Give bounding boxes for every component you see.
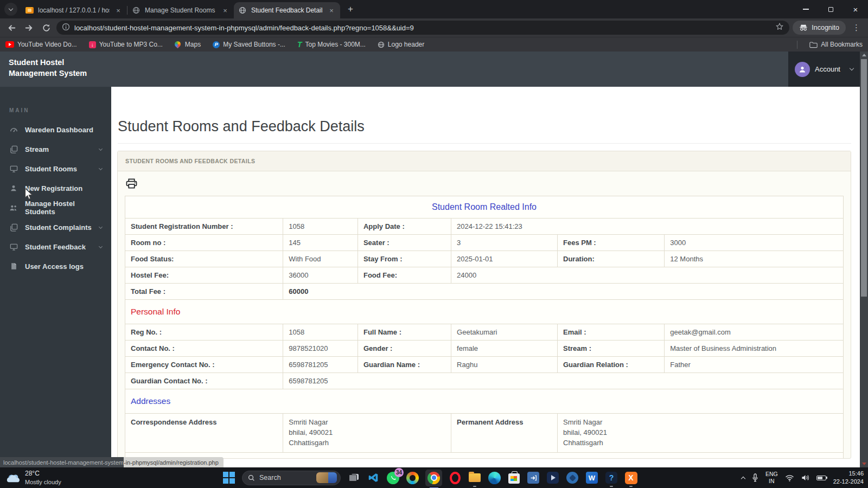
field-value: 12 Months bbox=[665, 251, 844, 267]
wifi-icon[interactable] bbox=[785, 474, 794, 481]
tab-title: Manage Student Rooms bbox=[145, 7, 216, 14]
url-bar[interactable]: localhost/student-hostel-management-syst… bbox=[56, 21, 789, 35]
opera-app[interactable] bbox=[449, 471, 462, 484]
bookmarks-bar: YouTube Video Do... ↓YouTube to MP3 Co..… bbox=[0, 37, 868, 52]
maximize-button[interactable] bbox=[818, 0, 843, 18]
system-tray: ENG IN 15:46 22-12-2024 bbox=[742, 467, 864, 488]
sidebar-item-student-feedback[interactable]: Student Feedback bbox=[0, 237, 111, 256]
map-pin-icon bbox=[174, 40, 182, 48]
account-menu[interactable]: Account bbox=[788, 52, 860, 87]
microphone-icon[interactable] bbox=[752, 473, 758, 482]
bookmark-top-movies[interactable]: TTop Movies - 300M... bbox=[297, 40, 366, 49]
bookmark-saved-buttons[interactable]: PMy Saved Buttons -... bbox=[213, 41, 285, 48]
blue-circle-app[interactable] bbox=[566, 471, 579, 484]
scroll-up-icon[interactable] bbox=[862, 54, 866, 56]
remote-app[interactable] bbox=[527, 471, 540, 484]
speaker-icon[interactable] bbox=[801, 474, 809, 481]
close-icon[interactable]: × bbox=[114, 6, 123, 15]
field-label: Permanent Address bbox=[451, 414, 558, 453]
camtasia-app[interactable] bbox=[546, 471, 559, 484]
xampp-icon: X bbox=[625, 472, 637, 484]
file-icon bbox=[9, 262, 18, 270]
addresses-title: Addresses bbox=[125, 389, 844, 414]
sidebar-item-manage-hostel-students[interactable]: Manage Hostel Students bbox=[0, 198, 111, 217]
taskbar-search[interactable]: Search bbox=[242, 471, 341, 485]
search-highlight-image bbox=[316, 472, 337, 483]
chrome-app[interactable] bbox=[425, 470, 442, 486]
start-button[interactable] bbox=[222, 471, 235, 484]
field-value: 145 bbox=[283, 235, 358, 251]
back-button[interactable] bbox=[4, 21, 18, 35]
field-value: 6598781205 bbox=[283, 357, 358, 373]
tab-title: Student Feedback Details bbox=[251, 7, 323, 14]
table-row: Food Status: With Food Stay From : 2025-… bbox=[125, 251, 844, 267]
url-text: localhost/student-hostel-management-syst… bbox=[74, 24, 771, 32]
field-label: Hostel Fee: bbox=[125, 267, 283, 284]
bookmark-logo-header[interactable]: Logo header bbox=[378, 41, 424, 48]
t-icon: T bbox=[297, 40, 302, 49]
microsoft-store-app[interactable] bbox=[507, 471, 520, 484]
scroll-down-icon[interactable] bbox=[862, 463, 866, 465]
site-info-icon[interactable] bbox=[62, 23, 70, 33]
tab-manage-student-rooms[interactable]: Manage Student Rooms × bbox=[127, 2, 234, 18]
tab-title: localhost / 127.0.0.1 / hostel | p bbox=[38, 7, 110, 14]
edge-app[interactable] bbox=[488, 471, 501, 484]
field-value: 24000 bbox=[451, 267, 844, 284]
field-value: 3 bbox=[451, 235, 558, 251]
tray-expand-icon[interactable] bbox=[741, 476, 745, 480]
search-icon bbox=[248, 474, 255, 481]
sidebar-item-student-complaints[interactable]: Student Complaints bbox=[0, 217, 111, 237]
tab-student-feedback-details[interactable]: Student Feedback Details × bbox=[234, 2, 340, 18]
arrow-app-icon bbox=[527, 472, 539, 484]
new-tab-button[interactable]: + bbox=[343, 2, 358, 16]
language-indicator[interactable]: ENG IN bbox=[765, 471, 778, 485]
vscode-app[interactable] bbox=[367, 471, 380, 484]
section-title-row: Addresses bbox=[125, 389, 844, 414]
sidebar-item-wareden-dashboard[interactable]: Wareden Dashboard bbox=[0, 120, 111, 139]
tab-localhost-phpmyadmin[interactable]: localhost / 127.0.0.1 / hostel | p × bbox=[21, 2, 127, 18]
chrome-icon bbox=[427, 472, 440, 484]
browser-menu-button[interactable]: ⋮ bbox=[849, 23, 864, 33]
paypal-icon: P bbox=[213, 41, 220, 48]
close-icon[interactable]: × bbox=[221, 6, 229, 15]
file-explorer-app[interactable] bbox=[468, 471, 481, 484]
page-title: Student Rooms and Feedback Details bbox=[118, 118, 851, 135]
field-label: Contact No. : bbox=[125, 341, 283, 357]
taskbar-weather[interactable]: 28°C Mostly cloudy bbox=[7, 467, 61, 488]
whatsapp-app[interactable]: 34 bbox=[386, 471, 399, 484]
field-label: Gender : bbox=[358, 341, 451, 357]
bookmark-maps[interactable]: Maps bbox=[175, 41, 201, 48]
table-row: Student Registration Number : 1058 Apply… bbox=[125, 219, 844, 235]
bookmark-star-icon[interactable] bbox=[775, 22, 784, 33]
scrollbar-thumb[interactable] bbox=[861, 59, 867, 297]
blue-app-icon bbox=[566, 472, 578, 484]
help-app[interactable]: ? bbox=[605, 471, 618, 484]
reload-button[interactable] bbox=[39, 21, 53, 35]
clock[interactable]: 15:46 22-12-2024 bbox=[833, 470, 864, 486]
sidebar-item-new-registration[interactable]: New Registration bbox=[0, 178, 111, 198]
bookmark-youtube-mp3[interactable]: ↓YouTube to MP3 Co... bbox=[89, 41, 163, 48]
chevron-down-icon bbox=[9, 6, 13, 10]
weather-temp: 28°C bbox=[25, 470, 61, 478]
sidebar-item-stream[interactable]: Stream bbox=[0, 139, 111, 159]
minimize-button[interactable] bbox=[793, 0, 818, 18]
sidebar-item-user-access-logs[interactable]: User Access logs bbox=[0, 256, 111, 276]
forward-button[interactable] bbox=[22, 21, 36, 35]
xampp-app[interactable]: X bbox=[624, 471, 637, 484]
word-app[interactable]: W bbox=[585, 471, 598, 484]
bookmark-youtube-video[interactable]: YouTube Video Do... bbox=[5, 41, 77, 48]
page-viewport: Student Hostel Management System Account… bbox=[0, 52, 868, 467]
field-label: Guardian Relation : bbox=[558, 357, 665, 373]
battery-icon[interactable] bbox=[816, 476, 826, 480]
tab-search-button[interactable] bbox=[4, 3, 17, 16]
task-view-button[interactable] bbox=[347, 471, 360, 484]
print-icon[interactable] bbox=[126, 178, 137, 191]
close-icon[interactable]: × bbox=[327, 6, 336, 15]
close-window-button[interactable]: × bbox=[843, 0, 868, 18]
field-value: geetak@gmail.com bbox=[665, 324, 844, 341]
page-scrollbar[interactable] bbox=[860, 52, 868, 467]
sidebar-item-student-rooms[interactable]: Student Rooms bbox=[0, 159, 111, 178]
copilot-app[interactable] bbox=[406, 471, 419, 484]
field-value: 36000 bbox=[283, 267, 358, 284]
all-bookmarks-button[interactable]: All Bookmarks bbox=[809, 41, 863, 48]
